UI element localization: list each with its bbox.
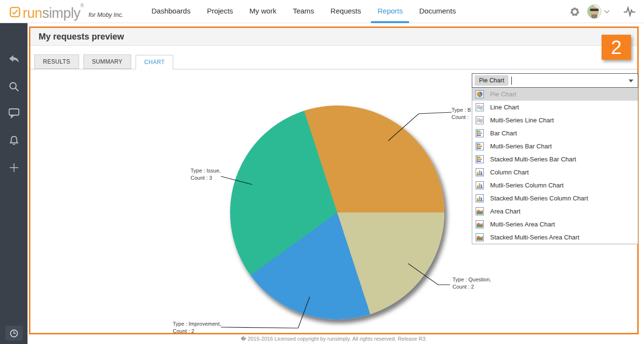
bar-chart-icon	[476, 142, 484, 150]
area-chart-icon	[476, 220, 484, 228]
main-nav: Dashboards Projects My work Teams Reques…	[151, 0, 457, 23]
top-navigation-bar: runsimply® for Moby Inc. Dashboards Proj…	[0, 0, 644, 23]
selected-chart-chip[interactable]: Pie Chart	[475, 75, 508, 86]
logo-tagline: for Moby Inc.	[88, 12, 123, 18]
brand-text: runsimply®	[23, 3, 83, 21]
pie-label-slice-1: Type : B Count :	[452, 106, 471, 121]
line-chart-icon	[476, 116, 484, 124]
dropdown-option-pie-chart[interactable]: Pie Chart	[472, 88, 638, 101]
tab-summary[interactable]: SUMMARY	[83, 54, 131, 69]
nav-item-documents[interactable]: Documents	[418, 0, 457, 23]
area-chart-icon	[476, 233, 484, 241]
nav-item-requests[interactable]: Requests	[329, 0, 362, 23]
bar-chart-icon	[476, 129, 484, 137]
footer-copyright: � 2015-2016 Licensed copyright by runsim…	[29, 336, 639, 342]
tab-chart[interactable]: CHART	[136, 55, 174, 69]
dropdown-option-multi-series-area-chart[interactable]: Multi-Series Area Chart	[472, 218, 638, 231]
chevron-down-icon[interactable]	[603, 8, 610, 15]
nav-item-projects[interactable]: Projects	[206, 0, 234, 23]
dropdown-option-stacked-multi-series-area-chart[interactable]: Stacked Multi-Series Area Chart	[472, 231, 638, 244]
add-plus-icon[interactable]	[8, 162, 20, 173]
dropdown-option-mutli-series-bar-chart[interactable]: Mutli-Series Bar Chart	[472, 140, 638, 153]
tab-results[interactable]: RESULTS	[34, 54, 79, 69]
activity-pulse-icon[interactable]	[623, 6, 636, 17]
step-annotation-badge: 2	[602, 35, 631, 60]
topbar-right-icons	[569, 0, 644, 23]
notifications-bell-icon[interactable]	[8, 135, 20, 146]
dropdown-option-line-chart[interactable]: Line Chart	[472, 101, 638, 114]
dropdown-option-area-chart[interactable]: Area Chart	[472, 205, 638, 218]
nav-item-reports[interactable]: Reports	[376, 0, 404, 23]
settings-gear-icon[interactable]	[569, 6, 580, 17]
chart-type-option-list: Pie Chart Line Chart Multi-Series Line C…	[472, 88, 638, 244]
page-title: My requests preview	[39, 32, 124, 41]
text-caret	[511, 77, 512, 85]
back-arrow-icon[interactable]	[8, 54, 20, 64]
pie-label-improvement: Type : Improvement, Count : 2	[173, 320, 221, 335]
bar-chart-icon	[476, 155, 484, 163]
search-icon[interactable]	[8, 81, 20, 93]
pie-label-question: Type : Question, Count : 2	[452, 276, 491, 291]
dropdown-option-column-chart[interactable]: Column Chart	[472, 166, 638, 179]
runsimply-logo: runsimply® for Moby Inc.	[10, 3, 123, 21]
dropdown-option-bar-chart[interactable]: Bar Chart	[472, 127, 638, 140]
dropdown-arrow-icon[interactable]	[629, 79, 633, 82]
logo-checkbox-icon	[10, 7, 20, 17]
dropdown-option-multi-series-line-chart[interactable]: Multi-Series Line Chart	[472, 114, 638, 127]
pie-chart	[230, 106, 444, 319]
dropdown-option-stacked-multi-series-bar-chart[interactable]: Stacked Multi-Series Bar Chart	[472, 153, 638, 166]
tabs-row: RESULTS SUMMARY CHART	[30, 55, 637, 69]
area-chart-icon	[476, 207, 484, 215]
line-chart-icon	[476, 103, 484, 111]
dropdown-option-mutli-series-column-chart[interactable]: Mutli-Series Column Chart	[472, 179, 638, 192]
history-clock-icon[interactable]	[5, 326, 23, 341]
chart-type-combobox[interactable]: Pie Chart	[472, 73, 638, 88]
panel-header: My requests preview	[30, 28, 637, 46]
column-chart-icon	[476, 181, 484, 189]
pie-chart-icon	[476, 90, 484, 98]
pie-label-issue: Type : Issue, Count : 3	[191, 167, 220, 182]
nav-item-my-work[interactable]: My work	[248, 0, 277, 23]
chat-icon[interactable]	[8, 108, 20, 119]
chart-type-dropdown: Pie Chart Pie Chart Line Chart Multi-Ser…	[472, 73, 638, 244]
nav-item-teams[interactable]: Teams	[292, 0, 315, 23]
dropdown-option-stacked-multi-series-column-chart[interactable]: Stacked Multi-Series Column Chart	[472, 192, 638, 205]
column-chart-icon	[476, 168, 484, 176]
nav-item-dashboards[interactable]: Dashboards	[151, 0, 192, 23]
user-avatar[interactable]	[587, 4, 602, 19]
left-sidebar	[0, 23, 27, 344]
column-chart-icon	[476, 194, 484, 202]
